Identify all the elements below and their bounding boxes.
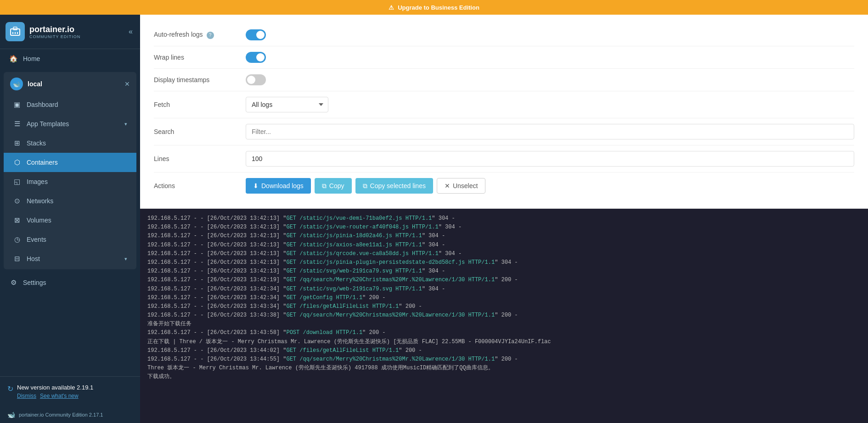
version-text: portainer.io Community Edition 2.17.1 bbox=[19, 412, 103, 417]
sidebar-version: 🐋 portainer.io Community Edition 2.17.1 bbox=[0, 406, 140, 423]
log-line: 下载成功。 bbox=[147, 373, 861, 381]
wrap-lines-row: Wrap lines bbox=[154, 46, 854, 69]
sidebar-item-stacks[interactable]: ⊞ Stacks bbox=[4, 134, 136, 153]
wrap-lines-slider bbox=[246, 52, 266, 63]
log-line: 192.168.5.127 - - [26/Oct/2023 13:42:13]… bbox=[147, 223, 861, 232]
log-line: 192.168.5.127 - - [26/Oct/2023 13:42:34]… bbox=[147, 285, 861, 294]
sidebar-header: portainer.io COMMUNITY EDITION « bbox=[0, 15, 140, 49]
upgrade-banner[interactable]: ⚠ Upgrade to Business Edition bbox=[0, 0, 868, 15]
lines-control bbox=[246, 151, 854, 167]
log-line: 192.168.5.127 - - [26/Oct/2023 13:43:34]… bbox=[147, 302, 861, 311]
environment-close-button[interactable]: ✕ bbox=[124, 80, 130, 88]
wrap-lines-control bbox=[246, 52, 854, 63]
chevron-down-icon: ▾ bbox=[124, 256, 127, 262]
log-area[interactable]: 192.168.5.127 - - [26/Oct/2023 13:42:13]… bbox=[140, 209, 868, 423]
log-line: 192.168.5.127 - - [26/Oct/2023 13:42:34]… bbox=[147, 294, 861, 302]
sidebar-item-host[interactable]: ⊟ Host ▾ bbox=[4, 249, 136, 268]
warning-icon: ⚠ bbox=[389, 4, 394, 11]
sidebar-logo-sub: COMMUNITY EDITION bbox=[29, 34, 80, 39]
log-line: 192.168.5.127 - - [26/Oct/2023 13:42:13]… bbox=[147, 267, 861, 276]
log-line: 192.168.5.127 - - [26/Oct/2023 13:42:13]… bbox=[147, 232, 861, 240]
sidebar-item-volumes[interactable]: ⊠ Volumes bbox=[4, 211, 136, 230]
sidebar-item-label: Networks bbox=[27, 197, 127, 205]
sidebar-item-settings[interactable]: ⚙ Settings bbox=[0, 273, 140, 292]
wrap-lines-toggle[interactable] bbox=[246, 52, 266, 63]
lines-label: Lines bbox=[154, 155, 246, 162]
actions-row: Actions ⬇ Download logs ⧉ Copy bbox=[154, 173, 854, 199]
sidebar-item-label: Images bbox=[27, 178, 127, 185]
help-icon[interactable]: ? bbox=[207, 32, 214, 39]
log-line: 192.168.5.127 - - [26/Oct/2023 13:44:55]… bbox=[147, 355, 861, 364]
sidebar-item-app-templates[interactable]: ☰ App Templates ▾ bbox=[4, 114, 136, 134]
banner-text: Upgrade to Business Edition bbox=[398, 4, 479, 11]
new-version-title: New version available 2.19.1 bbox=[17, 384, 93, 391]
log-line: 192.168.5.127 - - [26/Oct/2023 13:44:02]… bbox=[147, 346, 861, 355]
environment-name: local bbox=[28, 80, 42, 88]
refresh-icon: ↻ bbox=[7, 384, 13, 393]
sidebar-item-label: Events bbox=[27, 236, 127, 243]
auto-refresh-row: Auto-refresh logs ? bbox=[154, 24, 854, 46]
images-icon: ◱ bbox=[13, 178, 21, 186]
log-line: 192.168.5.127 - - [26/Oct/2023 13:42:13]… bbox=[147, 250, 861, 258]
environment-section: 🐋 local ✕ ▣ Dashboard ☰ App Templates ▾ … bbox=[4, 72, 136, 269]
lines-input[interactable] bbox=[246, 151, 854, 167]
fetch-control: All logs Last 100 lines Last 1000 lines bbox=[246, 97, 854, 112]
sidebar-logo: portainer.io COMMUNITY EDITION bbox=[6, 22, 80, 41]
sidebar-item-label: Dashboard bbox=[27, 101, 127, 108]
log-line: 准备开始下载任务 bbox=[147, 320, 861, 328]
environment-icon: 🐋 bbox=[10, 78, 23, 90]
fetch-row: Fetch All logs Last 100 lines Last 1000 … bbox=[154, 91, 854, 118]
sidebar-item-images[interactable]: ◱ Images bbox=[4, 172, 136, 191]
sidebar-item-label: Containers bbox=[27, 159, 127, 166]
new-version-actions: Dismiss See what's new bbox=[17, 393, 93, 399]
main-content: Auto-refresh logs ? Wrap lines bbox=[140, 15, 868, 423]
log-line: 192.168.5.127 - - [26/Oct/2023 13:43:58]… bbox=[147, 328, 861, 337]
settings-icon: ⚙ bbox=[9, 278, 17, 287]
download-logs-button[interactable]: ⬇ Download logs bbox=[246, 178, 311, 194]
fetch-select[interactable]: All logs Last 100 lines Last 1000 lines bbox=[246, 97, 328, 112]
sidebar-item-dashboard[interactable]: ▣ Dashboard bbox=[4, 95, 136, 114]
home-icon: 🏠 bbox=[9, 55, 17, 63]
sidebar-item-label: Home bbox=[23, 55, 131, 62]
sidebar-logo-title: portainer.io bbox=[29, 25, 80, 34]
actions-label: Actions bbox=[154, 182, 246, 189]
lines-row: Lines bbox=[154, 145, 854, 173]
new-version-text: New version available 2.19.1 Dismiss See… bbox=[17, 384, 93, 399]
sidebar-item-label: Host bbox=[27, 255, 119, 262]
unselect-button[interactable]: ✕ Unselect bbox=[437, 178, 485, 194]
log-line: 192.168.5.127 - - [26/Oct/2023 13:42:19]… bbox=[147, 276, 861, 284]
copy-selected-lines-button[interactable]: ⧉ Copy selected lines bbox=[355, 178, 433, 194]
sidebar-item-home[interactable]: 🏠 Home bbox=[0, 49, 140, 68]
containers-icon: ⬡ bbox=[13, 158, 21, 167]
display-timestamps-control bbox=[246, 74, 854, 85]
portainer-small-icon: 🐋 bbox=[7, 411, 15, 418]
settings-area: Auto-refresh logs ? Wrap lines bbox=[140, 15, 868, 209]
dismiss-button[interactable]: Dismiss bbox=[17, 393, 36, 399]
search-input[interactable] bbox=[246, 124, 854, 139]
networks-icon: ⊙ bbox=[13, 197, 21, 205]
sidebar-footer: ↻ New version available 2.19.1 Dismiss S… bbox=[0, 376, 140, 406]
new-version-notice: ↻ New version available 2.19.1 Dismiss S… bbox=[7, 384, 133, 399]
sidebar-item-label: Settings bbox=[23, 279, 131, 286]
volumes-icon: ⊠ bbox=[13, 216, 21, 224]
sidebar-collapse-button[interactable]: « bbox=[127, 26, 135, 38]
copy-icon: ⧉ bbox=[322, 182, 327, 190]
host-icon: ⊟ bbox=[13, 255, 21, 263]
fetch-label: Fetch bbox=[154, 101, 246, 108]
sidebar-item-label: Stacks bbox=[27, 139, 127, 147]
wrap-lines-label: Wrap lines bbox=[154, 54, 246, 61]
sidebar: portainer.io COMMUNITY EDITION « 🏠 Home … bbox=[0, 15, 140, 423]
auto-refresh-toggle[interactable] bbox=[246, 29, 266, 40]
log-line: 192.168.5.127 - - [26/Oct/2023 13:42:13]… bbox=[147, 241, 861, 250]
content-panel: Auto-refresh logs ? Wrap lines bbox=[140, 15, 868, 423]
sidebar-item-label: App Templates bbox=[27, 120, 119, 128]
log-line: Three 坂本龙一 - Merry Christmas Mr. Lawrenc… bbox=[147, 364, 861, 373]
see-whats-new-button[interactable]: See what's new bbox=[40, 393, 79, 399]
copy-button[interactable]: ⧉ Copy bbox=[315, 178, 352, 194]
display-timestamps-toggle[interactable] bbox=[246, 74, 266, 85]
sidebar-item-containers[interactable]: ⬡ Containers bbox=[4, 153, 136, 172]
sidebar-item-networks[interactable]: ⊙ Networks bbox=[4, 191, 136, 211]
display-timestamps-label: Display timestamps bbox=[154, 76, 246, 83]
sidebar-item-events[interactable]: ◷ Events bbox=[4, 230, 136, 249]
stacks-icon: ⊞ bbox=[13, 139, 21, 147]
